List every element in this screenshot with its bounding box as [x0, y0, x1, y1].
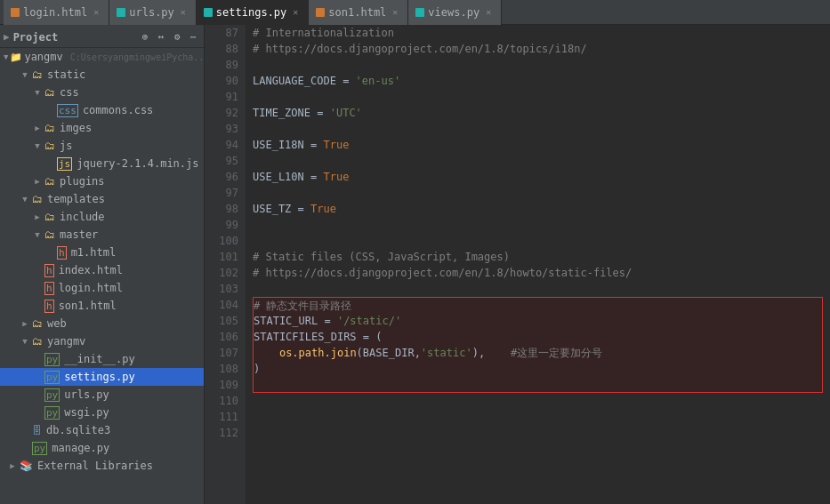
folder-icon: 🗂	[32, 68, 43, 81]
tree-arrow	[20, 69, 30, 80]
tab-close[interactable]: ✕	[390, 7, 400, 18]
folder-icon: 🗂	[44, 211, 55, 223]
tree-item-css[interactable]: 🗂css	[0, 84, 204, 101]
tree-arrow	[32, 87, 43, 98]
tree-item-include[interactable]: 🗂include	[0, 208, 204, 226]
item-label: templates	[47, 193, 105, 205]
tab-son1-html[interactable]: son1.html✕	[309, 0, 408, 25]
settings-icon[interactable]: ⊕	[138, 30, 152, 44]
folder-icon: 🗂	[44, 175, 55, 188]
folder-icon: 🗂	[44, 122, 55, 134]
item-label: m1.html	[71, 246, 117, 259]
line-number-109: 109	[212, 377, 238, 393]
item-label: settings.py	[64, 371, 134, 383]
code-line-92: TIME_ZONE = 'UTC'	[253, 105, 823, 121]
item-label: __init__.py	[64, 353, 134, 365]
tab-icon	[316, 8, 325, 17]
tab-views-py[interactable]: views.py✕	[408, 0, 502, 25]
code-line-111	[253, 409, 823, 425]
tree-item-jquery[interactable]: jsjquery-2.1.4.min.js	[0, 155, 204, 172]
code-content[interactable]: # Internationalization# https://docs.dja…	[246, 25, 830, 504]
folder-icon: 📁	[10, 51, 22, 63]
folder-icon: 🗂	[44, 86, 55, 99]
line-number-92: 92	[212, 105, 238, 121]
item-label: urls.py	[64, 388, 109, 401]
expand-icon[interactable]: ⋯	[186, 30, 200, 44]
tree-arrow	[32, 140, 43, 151]
line-number-108: 108	[212, 361, 238, 377]
line-number-97: 97	[212, 185, 238, 201]
tab-icon	[415, 8, 424, 17]
tree-item-urls-py-tree[interactable]: pyurls.py	[0, 386, 204, 404]
tree-item-yangmv-pkg[interactable]: 🗂yangmv	[0, 332, 204, 350]
file-icon: h	[57, 246, 67, 260]
tree-item-ext-libs[interactable]: 📚External Libraries	[0, 457, 204, 475]
tree-item-imges[interactable]: 🗂imges	[0, 119, 204, 137]
tree-item-login-html-tree[interactable]: hlogin.html	[0, 279, 204, 297]
item-label: son1.html	[59, 300, 117, 312]
file-icon: 🗄	[32, 425, 42, 436]
item-label: master	[60, 228, 98, 241]
tree-item-web[interactable]: 🗂web	[0, 315, 204, 332]
file-icon: 📚	[20, 460, 33, 472]
tree-item-index-html[interactable]: hindex.html	[0, 261, 204, 279]
line-number-103: 103	[212, 281, 238, 297]
line-number-87: 87	[212, 25, 238, 41]
sync-icon[interactable]: ↔	[154, 30, 168, 44]
gear-icon[interactable]: ⚙	[170, 30, 184, 44]
code-line-104: # 静态文件目录路径	[253, 297, 823, 313]
tab-close[interactable]: ✕	[178, 7, 189, 18]
line-number-107: 107	[212, 345, 238, 361]
tab-settings-py[interactable]: settings.py✕	[197, 0, 309, 25]
item-label: yangmv	[47, 335, 85, 348]
tab-label: settings.py	[216, 6, 286, 19]
tree-arrow	[32, 123, 43, 133]
tree-item-master[interactable]: 🗂master	[0, 226, 204, 244]
tree-arrow	[44, 247, 55, 258]
tab-login-html[interactable]: login.html✕	[4, 0, 109, 25]
code-line-88: # https://docs.djangoproject.com/en/1.8/…	[253, 41, 823, 57]
line-numbers: 8788899091929394959697989910010110210310…	[205, 25, 246, 504]
tab-close[interactable]: ✕	[290, 7, 301, 18]
tree-item-plugins[interactable]: 🗂plugins	[0, 172, 204, 190]
line-number-99: 99	[212, 217, 238, 233]
code-line-96: USE_L10N = True	[253, 169, 823, 185]
code-line-106: STATICFILES_DIRS = (	[253, 329, 823, 345]
tree-item-wsgi-py[interactable]: pywsgi.py	[0, 404, 204, 421]
tab-close[interactable]: ✕	[483, 7, 494, 18]
code-line-103	[253, 281, 823, 297]
code-line-89	[253, 57, 823, 73]
tree-root[interactable]: 📁 yangmv C:UsersyangmingweiPycha...	[0, 48, 204, 66]
code-line-95	[253, 153, 823, 169]
tab-close[interactable]: ✕	[91, 7, 101, 18]
file-icon: py	[44, 388, 60, 402]
sidebar: ▶ Project ⊕ ↔ ⚙ ⋯ 📁 yangmv C:Usersyangmi…	[0, 25, 205, 504]
tree-item-static[interactable]: 🗂static	[0, 66, 204, 84]
main-layout: ▶ Project ⊕ ↔ ⚙ ⋯ 📁 yangmv C:Usersyangmi…	[0, 25, 830, 504]
line-number-110: 110	[212, 393, 238, 409]
project-title: Project	[13, 31, 134, 44]
line-number-112: 112	[212, 425, 238, 441]
folder-icon: 🗂	[44, 228, 55, 241]
folder-icon: 🗂	[32, 335, 43, 348]
code-line-90: LANGUAGE_CODE = 'en-us'	[253, 73, 823, 89]
tree-item-templates[interactable]: 🗂templates	[0, 190, 204, 208]
tree-item-son1-html-tree[interactable]: hson1.html	[0, 297, 204, 315]
item-label: css	[60, 86, 79, 99]
tree-arrow	[20, 194, 30, 204]
tree-item-manage-py[interactable]: pymanage.py	[0, 439, 204, 457]
item-label: wsgi.py	[64, 406, 109, 419]
tree-item-js[interactable]: 🗂js	[0, 137, 204, 155]
tree-item-commons-css[interactable]: csscommons.css	[0, 101, 204, 119]
tree-item-db-sqlite[interactable]: 🗄db.sqlite3	[0, 421, 204, 439]
tree-item-m1-html[interactable]: hm1.html	[0, 244, 204, 261]
line-number-105: 105	[212, 313, 238, 329]
tab-urls-py[interactable]: urls.py✕	[109, 0, 197, 25]
code-line-100	[253, 233, 823, 249]
tree-arrow	[32, 212, 43, 222]
project-header-icons: ⊕ ↔ ⚙ ⋯	[138, 30, 200, 44]
tree-item-init-py[interactable]: py__init__.py	[0, 350, 204, 368]
tree-item-settings-py-tree[interactable]: pysettings.py	[0, 368, 204, 386]
file-icon: h	[44, 264, 54, 277]
code-line-99	[253, 217, 823, 233]
